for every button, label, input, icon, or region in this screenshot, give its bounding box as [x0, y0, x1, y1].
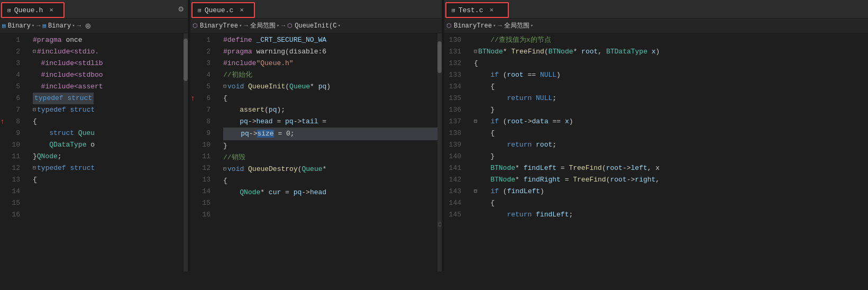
editor-container: ⊞ Queue.h × ⚙ ⊞ Queue.c × ⊞ Test.c × — [0, 0, 868, 290]
chevron-1: ▾ — [32, 23, 34, 29]
panel-test-c: 130 131 132 133 134 135 136 137 138 139 … — [444, 33, 868, 271]
chevron-p3-2: ▾ — [531, 23, 533, 29]
fold-p2-6[interactable]: ⊟ — [223, 81, 226, 93]
fold-p3-137[interactable]: ⊟ — [474, 116, 477, 128]
chevron-2: ▾ — [72, 23, 75, 29]
chevron-p2-1: ▾ — [239, 23, 242, 29]
line-numbers-panel3: 130 131 132 133 134 135 136 137 138 139 … — [444, 33, 470, 271]
bc-binary-2[interactable]: Binary ▾ — [48, 22, 75, 30]
bc-icon-p3-1: ⬡ — [446, 22, 452, 29]
tab-close-queue-h[interactable]: × — [49, 6, 53, 14]
chevron-p3-1: ▾ — [493, 23, 496, 29]
bc-queueinit-p2[interactable]: QueueInit(C ▾ — [295, 22, 341, 30]
line-numbers-panel1: 1 2 3 4 5 6 7 8 9 10 11 12 13 14 15 16 — [8, 33, 29, 271]
tab-pin-icon-2: ⊞ — [198, 7, 202, 14]
bc-sep-1: → — [77, 22, 81, 30]
fold-p2-14[interactable]: ⊟ — [223, 164, 226, 175]
copyright-icon: © — [437, 222, 442, 229]
bc-icon-p2-2: ⬡ — [287, 22, 293, 29]
tab-close-test-c[interactable]: × — [489, 6, 494, 14]
bc-sep-p2-1: → — [244, 22, 248, 30]
tab-pin-icon: ⊞ — [7, 7, 11, 14]
tab-queue-c[interactable]: ⊞ Queue.c × — [191, 2, 255, 18]
add-editor-btn-1[interactable]: ⊕ — [83, 20, 93, 32]
panel-queue-h: ↑ 1 2 3 4 5 6 7 8 9 10 11 12 13 — [0, 33, 190, 271]
bc-binarytree-p2[interactable]: BinaryTree ▾ — [200, 22, 242, 30]
tab-test-c[interactable]: ⊞ Test.c × — [445, 2, 509, 18]
fold-15[interactable]: ⊟ — [33, 162, 36, 174]
bc-global-p2[interactable]: 全局范围 ▾ — [250, 21, 279, 30]
code-panel3: //查找值为x的节点 ⊟BTNode* TreeFind(BTNode* roo… — [470, 33, 868, 271]
breadcrumb-bar: ▤ Binary ▾ → ▤ Binary ▾ → ⊕ ⬡ BinaryTree… — [0, 19, 868, 33]
bc-binarytree-p3[interactable]: BinaryTree ▾ — [454, 22, 496, 30]
code-panels: ↑ 1 2 3 4 5 6 7 8 9 10 11 12 13 — [0, 33, 868, 271]
code-panel1: #pragma once ⊟#include<stdio. #include<s… — [29, 33, 184, 271]
tab-test-c-label: Test.c — [459, 6, 483, 14]
gear-icon[interactable]: ⚙ — [178, 4, 184, 14]
fold-9[interactable]: ⊟ — [33, 104, 36, 116]
tab-pin-icon-3: ⊞ — [452, 7, 455, 14]
bc-sep-p2-2: → — [281, 22, 285, 30]
fold-p3-131[interactable]: ⊟ — [474, 46, 477, 58]
tab-queue-h[interactable]: ⊞ Queue.h × — [1, 2, 65, 18]
bc-icon-1: ▤ — [2, 22, 6, 29]
red-arrow-2: ↑ — [190, 95, 195, 102]
bc-global-p3[interactable]: 全局范围 ▾ — [504, 21, 533, 30]
chevron-p2-2: ▾ — [277, 23, 279, 29]
fold-p3-143[interactable]: ⊟ — [474, 186, 477, 197]
tab-close-queue-c[interactable]: × — [240, 6, 244, 14]
tabs-bar: ⊞ Queue.h × ⚙ ⊞ Queue.c × ⊞ Test.c × — [0, 0, 868, 19]
chevron-p2-3: ▾ — [337, 23, 340, 29]
line-numbers-panel2: 1 2 3 4 5 6 7 8 9 10 11 12 13 14 15 16 — [199, 33, 219, 271]
bc-sep-p3-1: → — [498, 22, 501, 30]
tab-queue-c-label: Queue.c — [205, 6, 234, 14]
bc-arrow-1: → — [36, 22, 40, 30]
bc-icon-2: ▤ — [42, 22, 46, 29]
red-arrow-1: ↑ — [0, 118, 4, 125]
code-panel2: #define _CRT_SECURE_NO_WA #pragma warnin… — [219, 33, 437, 271]
panel-queue-c: ↑ 1 2 3 4 5 6 7 8 9 10 11 12 13 — [190, 33, 444, 271]
bc-icon-p2-1: ⬡ — [193, 22, 198, 29]
fold-3[interactable]: ⊟ — [33, 46, 36, 58]
bc-binary-1[interactable]: Binary ▾ — [8, 22, 35, 30]
tab-queue-h-label: Queue.h — [14, 6, 43, 14]
